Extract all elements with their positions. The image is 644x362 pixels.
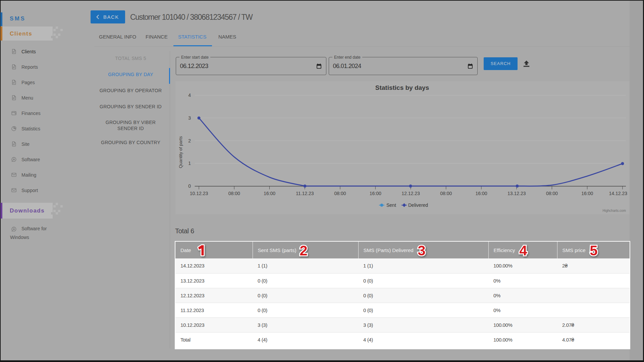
svg-text:14.12.23: 14.12.23: [609, 191, 628, 196]
svg-text:3: 3: [188, 115, 191, 121]
svg-text:12.12.23: 12.12.23: [401, 191, 420, 196]
svg-text:11.12.23: 11.12.23: [296, 191, 314, 196]
svg-text:1: 1: [188, 161, 191, 166]
svg-text:4: 4: [188, 93, 191, 98]
svg-text:08:00: 08:00: [440, 191, 452, 196]
svg-text:08:00: 08:00: [334, 191, 346, 196]
svg-text:Statistics by days: Statistics by days: [375, 84, 429, 91]
svg-text:08:00: 08:00: [228, 191, 240, 196]
svg-text:0: 0: [188, 183, 191, 189]
svg-text:Sent: Sent: [386, 202, 396, 208]
svg-text:Delivered: Delivered: [408, 202, 428, 208]
svg-text:2: 2: [188, 138, 191, 143]
svg-text:16:00: 16:00: [264, 191, 275, 196]
svg-text:08:00: 08:00: [546, 191, 558, 196]
svg-text:16:00: 16:00: [475, 191, 487, 196]
svg-text:Highcharts.com: Highcharts.com: [603, 209, 626, 213]
svg-text:Quantity of parts: Quantity of parts: [178, 136, 183, 168]
svg-text:13.12.23: 13.12.23: [507, 191, 526, 196]
svg-text:16:00: 16:00: [581, 191, 593, 196]
svg-text:16:00: 16:00: [370, 191, 381, 196]
svg-text:10.12.23: 10.12.23: [190, 191, 208, 196]
